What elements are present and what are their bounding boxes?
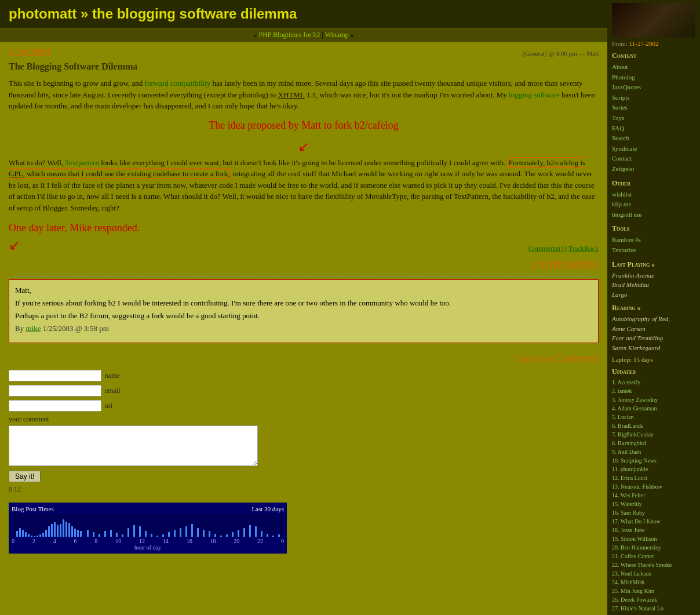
textpattern-link[interactable]: Textpattern [65,158,99,167]
sidebar-link-zeitgeist[interactable]: Zeitgeist [612,164,695,174]
sidebar-link-scripts[interactable]: Scripts [612,93,695,103]
email-input[interactable] [9,385,101,396]
svg-rect-3 [22,530,24,537]
list-item: 10. Scripting News [612,456,695,465]
sidebar-laptop: Laptop: 15 days [612,356,695,363]
sidebar-reading-author: Anne Carson [612,324,695,334]
sidebar-link-wishlist[interactable]: wishlist [612,190,695,200]
sidebar-reading-title: Reading » [612,304,695,312]
forward-compat-link[interactable]: forward compatibility [145,79,211,88]
post-meta: [General] @ 4:00 pm — Matt [523,50,599,57]
list-item: 23. Noel Jackson [612,569,695,578]
annotation-mike: One day later, Mike responded. [9,222,140,234]
sidebar-laptop-title: Laptop: [612,356,632,363]
svg-rect-57 [278,534,280,537]
svg-rect-13 [51,524,53,537]
list-item: 9. Anil Dash [612,447,695,456]
sidebar-from-date[interactable]: 11-27-2002 [629,40,659,47]
svg-rect-28 [110,530,112,537]
svg-rect-53 [255,526,257,537]
sidebar-reading-book2: Fear and Trembling [612,333,695,343]
chart-title: Blog Post Times [12,505,54,512]
svg-rect-17 [63,519,64,537]
version-number: 0.12 [9,485,599,494]
sidebar-link-toys[interactable]: Toys [612,113,695,123]
svg-rect-56 [272,536,274,537]
comments-heading: comments [9,254,599,273]
svg-rect-21 [74,529,76,537]
svg-rect-52 [249,525,251,537]
list-item: 12. Erica Lucci [612,474,695,482]
site-title: photomatt » the blogging software dilemm… [9,6,599,22]
nav-next-link[interactable]: Winamp [325,31,349,39]
content-area: 1/24/2003 [General] @ 4:00 pm — Matt The… [0,42,607,558]
sidebar-link-photolog[interactable]: Photolog [612,72,695,83]
uri-label: uri [105,402,112,410]
comment-box: Matt, If you're serious about forking b2… [9,279,599,343]
navigation-bar: « PHP Blogtimes for b2 | Winamp » [0,28,607,42]
comment-textarea[interactable] [9,425,258,466]
list-item: 4. Adam Gessaman [612,404,695,413]
logging-software-link[interactable]: logging software [509,90,560,99]
list-item: 8. Burningbird [612,439,695,447]
post-paragraph-2: What to do? Well, Textpattern looks like… [9,157,599,214]
comments-link[interactable]: Comments(1) [528,245,567,253]
svg-rect-18 [65,522,67,537]
sidebar-link-search[interactable]: Search [612,133,695,144]
list-item: 3. Jeremy Zawodny [612,395,695,404]
svg-rect-51 [243,528,245,537]
post-paragraph-1: This site is beginning to grow and grow,… [9,78,599,112]
svg-rect-48 [226,534,228,537]
list-item: 19. Simon Willison [612,534,695,543]
list-item: 16. Sam Ruby [612,508,695,517]
svg-rect-19 [68,523,70,537]
svg-rect-10 [42,533,44,537]
comment-salutation: Matt, [15,286,592,295]
list-item: 28. Q Daily News [612,613,695,615]
list-item: 13. Neurotic Fishbow [612,482,695,491]
sidebar-link-series[interactable]: Series [612,103,695,113]
sidebar-image [612,3,695,38]
svg-rect-6 [31,536,32,537]
uri-input[interactable] [9,400,101,412]
updated-list: 1. Accessify 2. tantek 3. Jeremy Zawodny… [612,378,695,615]
comment-line-2: Perhaps a post to the B2 forum, suggesti… [15,311,592,321]
annotation-arrow-1: ↙ [9,136,599,157]
sidebar-laptop-value: 15 days [633,356,653,363]
leave-comment-heading: Leave a Comment [9,352,599,365]
name-input[interactable] [9,370,101,381]
sidebar-link-blogrollme[interactable]: blogroll me [612,210,695,220]
sidebar-link-about[interactable]: About [612,62,695,72]
chart-title-row: Blog Post Times Last 30 days [12,505,284,512]
uri-row: uri [9,400,599,412]
sidebar-link-faq[interactable]: FAQ [612,123,695,134]
sidebar-link-random[interactable]: Random #s [612,235,695,245]
sidebar-link-klipme[interactable]: klip me [612,199,695,210]
svg-rect-43 [197,528,199,537]
sidebar-link-texturize[interactable]: Texturize [612,245,695,256]
sidebar: From: 11-27-2002 Content About Photolog … [607,0,700,615]
list-item: 25. Min Jung Kim [612,587,695,595]
list-item: 11. photojunkie [612,465,695,474]
list-item: 5. Lucian [612,413,695,421]
comments-divider [9,276,599,276]
svg-rect-54 [261,531,262,537]
svg-rect-8 [37,536,38,537]
sidebar-other-title: Other [612,179,695,188]
sidebar-link-syndicate[interactable]: Syndicate [612,144,695,154]
svg-rect-23 [80,531,82,537]
sidebar-link-jazzquotes[interactable]: JazzQuotes [612,82,695,93]
submit-button[interactable]: Say it! [9,471,41,482]
comment-author-link[interactable]: mike [25,324,41,333]
svg-rect-25 [93,532,94,537]
nav-prev-link[interactable]: PHP Blogtimes for b2 [259,31,320,39]
svg-rect-55 [267,534,268,537]
chart-subtitle: Last 30 days [251,505,284,512]
sidebar-link-contact[interactable]: Contact [612,154,695,164]
svg-rect-26 [99,534,100,537]
post-footer: Comments(1) TrackBack [528,245,599,253]
sidebar-last-playing-artist: Franklin Avenue [612,271,695,281]
list-item: 22. Where There's Smoke [612,561,695,569]
trackback-link[interactable]: TrackBack [568,245,599,253]
svg-rect-45 [209,531,210,537]
